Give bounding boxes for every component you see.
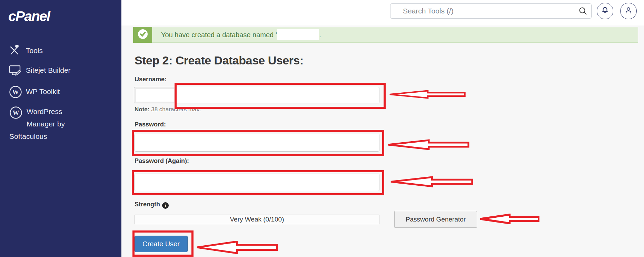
annotation-arrow-create-user <box>196 241 280 254</box>
create-user-button[interactable]: Create User <box>135 236 188 252</box>
sidebar-item-wordpress-manager[interactable]: W WordPress Manager by Softaculous <box>9 105 87 143</box>
password-again-label: Password (Again): <box>135 157 189 165</box>
alert-text-before: You have created a database named ‘ <box>161 31 277 39</box>
password-label: Password: <box>135 121 166 128</box>
redacted-username-prefix <box>136 89 174 102</box>
annotation-arrow-password-again <box>390 176 474 187</box>
info-icon[interactable]: i <box>162 202 169 209</box>
sidebar: cPanel Tools Sitejet Builder W WP To <box>0 0 121 257</box>
annotation-arrow-username <box>389 90 467 99</box>
search-box <box>390 3 592 19</box>
username-input-group <box>134 87 379 103</box>
redacted-database-name <box>277 29 319 40</box>
password-input[interactable] <box>135 134 379 152</box>
check-circle-icon <box>137 29 148 41</box>
svg-text:W: W <box>13 109 19 116</box>
strength-label: Strength <box>135 201 160 208</box>
annotation-arrow-password-generator <box>479 214 540 224</box>
note-text: 38 characters max. <box>149 106 201 113</box>
cpanel-logo[interactable]: cPanel <box>8 8 50 24</box>
annotation-arrow-password <box>387 139 470 150</box>
note-label: Note: <box>135 106 149 113</box>
username-prefix <box>134 87 176 103</box>
user-icon <box>624 6 633 16</box>
username-input[interactable] <box>176 87 379 103</box>
notifications-button[interactable] <box>597 3 613 19</box>
password-again-input[interactable] <box>135 174 379 191</box>
sidebar-item-label: Sitejet Builder <box>26 66 71 74</box>
wordpress-icon: W <box>9 106 27 120</box>
alert-icon-box <box>133 27 152 43</box>
bell-icon <box>601 6 609 16</box>
strength-meter: Very Weak (0/100) <box>135 215 379 224</box>
sitejet-builder-icon <box>9 65 21 78</box>
page-title: Step 2: Create Database Users: <box>135 54 304 67</box>
username-note: Note: 38 characters max. <box>135 106 201 113</box>
success-alert: You have created a database named ‘. <box>133 27 638 43</box>
username-label: Username: <box>135 76 167 83</box>
alert-text-after: . <box>319 31 321 39</box>
password-generator-button[interactable]: Password Generator <box>394 211 477 228</box>
sidebar-item-label: Tools <box>26 47 43 55</box>
svg-text:W: W <box>12 89 19 96</box>
sidebar-item-label: WP Toolkit <box>26 88 60 96</box>
wordpress-icon: W <box>9 85 22 100</box>
alert-message: You have created a database named ‘. <box>161 27 321 42</box>
account-button[interactable] <box>620 3 637 19</box>
search-icon[interactable] <box>578 7 587 17</box>
tools-icon <box>9 45 20 58</box>
search-input[interactable] <box>390 3 592 19</box>
strength-row: Strengthi <box>135 201 169 209</box>
top-bar <box>121 0 644 25</box>
main-content: You have created a database named ‘. Ste… <box>121 25 644 257</box>
